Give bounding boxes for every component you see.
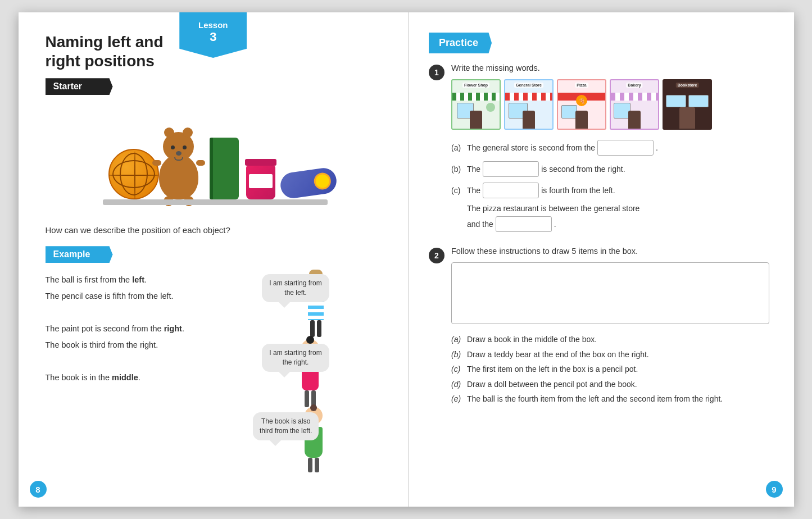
shop-pizza: Pizza 🍕 [557,79,606,130]
bookstore-sign: Bookstore [676,83,699,88]
question-1-row: 1 Write the missing words. Flower Shop [429,63,769,238]
lesson-number: 3 [195,30,231,44]
speech-bubble-2: I am starting from the right. [262,344,329,372]
speech-bubble-1: I am starting from the left. [262,274,329,302]
example-content: The ball is first from the left. The pen… [46,272,386,452]
practice-header: Practice [429,33,492,53]
answer-box-c[interactable] [483,183,539,198]
lesson-banner: Lesson 3 [179,12,247,58]
shelf-illustration [46,104,386,216]
question-1-instruction: Write the missing words. [451,63,769,72]
shelf-plank [103,199,328,205]
answer-d-text1: The pizza restaurant is between the gene… [467,204,769,213]
basketball-icon [108,149,159,199]
example-text: The ball is first from the left. The pen… [46,272,265,452]
sub-item-b: (b)Draw a teddy bear at the end of the b… [451,347,769,362]
question-2-instruction: Follow these instructions to draw 5 item… [451,247,769,256]
page-number-left: 8 [30,481,47,498]
answer-box-d[interactable] [496,216,552,232]
example-figures: I am starting from the left. [273,272,385,452]
lesson-label: Lesson [195,20,231,30]
shop-general: General Store [504,79,554,130]
bakery-sign: Bakery [626,83,642,88]
sub-list: (a)Draw a book in the middle of the box.… [451,332,769,407]
paint-pot-icon [246,159,275,199]
answer-box-a[interactable] [597,140,654,156]
teddy-bear-icon [159,154,198,199]
shop-bakery: Bakery [610,79,659,130]
answer-a: (a) The general store is second from the… [451,140,769,156]
starter-question: How can we describe the position of each… [46,225,386,235]
sub-item-a: (a)Draw a book in the middle of the box. [451,332,769,347]
book-icon [210,138,239,199]
shops-row: Flower Shop General Store [451,79,769,130]
sub-item-e: (e)The ball is the fourth item from the … [451,391,769,407]
shop-bookstore: Bookstore [663,79,712,130]
general-store-sign: General Store [514,83,543,88]
pizza-sign: Pizza [575,83,588,88]
example-label: Example [46,246,113,263]
shelf [92,104,339,216]
sub-item-c: (c)The first item on the left in the box… [451,362,769,377]
question-1-number: 1 [429,65,444,80]
answer-box-b[interactable] [483,161,539,177]
flower-shop-sign: Flower Shop [462,83,489,88]
answer-b: (b) The is second from the right. [451,161,769,177]
pencil-case-icon [279,166,338,199]
example-section: Example The ball is first from the left.… [46,246,386,452]
draw-box[interactable] [451,262,769,324]
left-page: Lesson 3 Naming left andright positions … [19,12,409,507]
starter-label: Starter [46,78,113,95]
right-page: Practice 1 Write the missing words. Flow… [409,12,794,507]
page-number-right: 9 [766,481,783,498]
answer-d: and the . [467,216,769,232]
shop-flower: Flower Shop [451,79,501,130]
question-2-content: Follow these instructions to draw 5 item… [451,247,769,407]
answer-c: (c) The is fourth from the left. [451,183,769,198]
question-2-row: 2 Follow these instructions to draw 5 it… [429,247,769,407]
speech-bubble-3: The book is alsothird from the left. [253,412,319,440]
question-1-content: Write the missing words. Flower Shop [451,63,769,238]
sub-item-d: (d)Draw a doll between the pencil pot an… [451,377,769,392]
question-2-number: 2 [429,248,444,263]
